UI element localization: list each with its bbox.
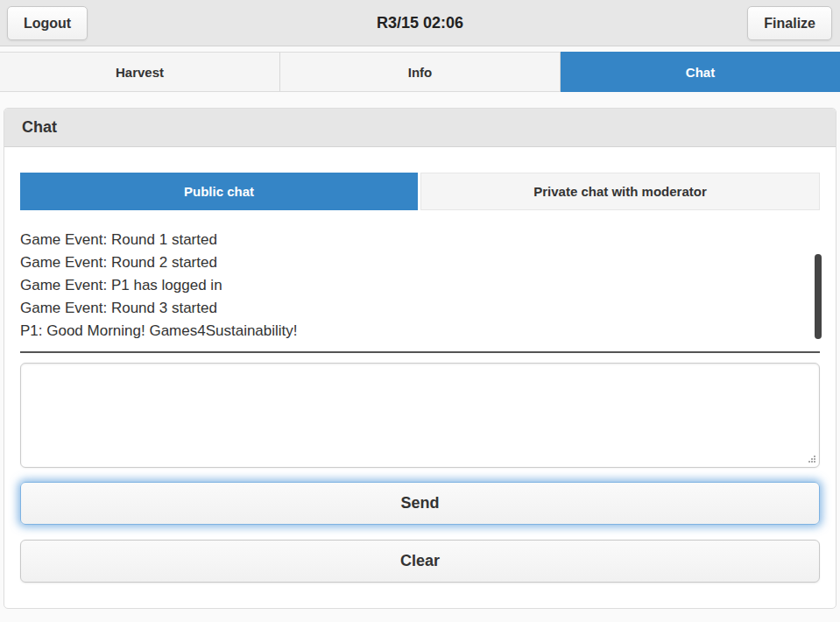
chat-message: Game Event: Round 2 started (20, 251, 820, 274)
app-window: Logout R3/15 02:06 Finalize Harvest Info… (0, 0, 840, 622)
subtab-public-chat[interactable]: Public chat (20, 173, 418, 210)
message-divider (20, 351, 820, 353)
tab-info[interactable]: Info (280, 52, 561, 92)
chat-message: Game Event: P1 has logged in (20, 274, 820, 297)
tab-harvest[interactable]: Harvest (0, 52, 280, 92)
tab-chat[interactable]: Chat (561, 52, 840, 92)
send-button[interactable]: Send (20, 482, 820, 525)
chat-input-wrap (20, 363, 820, 468)
chat-panel-title: Chat (4, 109, 836, 147)
chat-message: Game Event: Round 1 started (20, 229, 820, 251)
round-timer-title: R3/15 02:06 (0, 0, 840, 46)
chat-subtab-bar: Public chat Private chat with moderator (20, 173, 820, 210)
chat-panel-body: Public chat Private chat with moderator … (4, 147, 836, 583)
chat-message: Game Event: Round 3 started (20, 297, 820, 320)
chat-message-input[interactable] (20, 363, 820, 468)
chat-panel: Chat Public chat Private chat with moder… (4, 108, 836, 609)
finalize-button[interactable]: Finalize (747, 6, 832, 40)
top-bar: Logout R3/15 02:06 Finalize (0, 0, 840, 46)
chat-message-area: Game Event: Round 1 started Game Event: … (20, 229, 820, 343)
chat-message-list: Game Event: Round 1 started Game Event: … (20, 229, 820, 343)
logout-button[interactable]: Logout (7, 6, 88, 40)
subtab-private-chat[interactable]: Private chat with moderator (420, 173, 820, 210)
main-tab-bar: Harvest Info Chat (0, 52, 840, 92)
chat-message: P1: Good Morning! Games4Sustainability! (20, 320, 820, 343)
chat-scrollbar-thumb[interactable] (815, 254, 822, 339)
clear-button[interactable]: Clear (20, 540, 820, 583)
